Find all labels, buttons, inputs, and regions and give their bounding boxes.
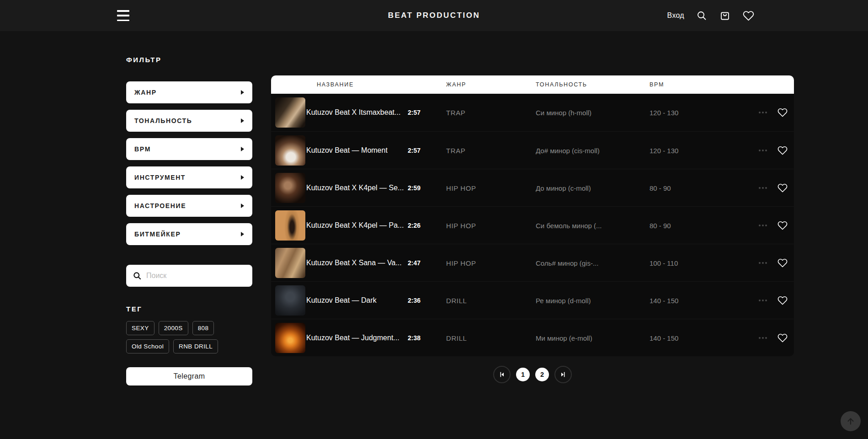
more-options-icon[interactable] [756, 147, 769, 154]
chevron-right-icon [241, 118, 244, 123]
tag-chip[interactable]: RNB DRILL [173, 339, 218, 353]
filter-button[interactable]: БИТМЕЙКЕР [126, 223, 252, 245]
track-key: Си минор (h-moll) [536, 109, 591, 117]
filter-button-label: BPM [134, 145, 151, 153]
column-header: ТОНАЛЬНОСТЬ [536, 75, 587, 94]
tag-title: ТЕГ [126, 305, 252, 313]
track-key: До# минор (cis-moll) [536, 146, 600, 154]
chevron-right-icon [241, 232, 244, 236]
track-bpm: 120 - 130 [650, 109, 678, 117]
filter-button[interactable]: ЖАНР [126, 81, 252, 103]
track-title: Kutuzov Beat — Dark [306, 296, 377, 305]
track-bpm: 140 - 150 [650, 296, 678, 304]
column-header: BPM [650, 75, 664, 94]
filter-list: ЖАНР ТОНАЛЬНОСТЬ BPM ИНСТРУМЕНТ [126, 81, 252, 245]
track-duration: 2:59 [408, 184, 421, 192]
track-artwork[interactable] [275, 210, 305, 241]
scroll-to-top-button[interactable] [841, 411, 861, 431]
track-key: До минор (c-moll) [536, 184, 591, 192]
tag-chip[interactable]: 2000S [159, 321, 188, 335]
track-title: Kutuzov Beat X K4pel — Pa... [306, 221, 404, 230]
track-key: Ми минор (e-moll) [536, 334, 592, 342]
filter-button-label: ИНСТРУМЕНТ [134, 174, 186, 181]
search-icon[interactable] [696, 10, 708, 21]
telegram-button[interactable]: Telegram [126, 367, 252, 385]
cart-icon[interactable] [719, 10, 731, 21]
chevron-right-icon [241, 147, 244, 151]
chevron-right-icon [241, 175, 244, 180]
favorite-icon[interactable] [777, 257, 788, 269]
track-genre: DRILL [446, 296, 467, 304]
track-key: Ре минор (d-moll) [536, 296, 591, 304]
filter-button[interactable]: НАСТРОЕНИЕ [126, 195, 252, 217]
more-options-icon[interactable] [756, 185, 769, 191]
filter-button-label: ЖАНР [134, 89, 157, 96]
track-genre: HIP HOP [446, 221, 476, 229]
filter-button-label: БИТМЕЙКЕР [134, 230, 181, 238]
page-number-button[interactable]: 2 [535, 368, 549, 381]
track-title: Kutuzov Beat X K4pel — Se... [306, 184, 404, 192]
page-number-button[interactable]: 1 [516, 368, 530, 381]
table-row[interactable]: Kutuzov Beat — Judgment... 2:38 DRILL Ми… [271, 319, 794, 356]
track-artwork[interactable] [275, 97, 305, 128]
filter-button-label: НАСТРОЕНИЕ [134, 202, 186, 209]
more-options-icon[interactable] [756, 222, 769, 229]
page-numbers: 1 2 [516, 368, 549, 381]
search-input[interactable] [146, 272, 246, 280]
track-artwork[interactable] [275, 135, 305, 166]
track-bpm: 100 - 110 [650, 259, 678, 267]
tag-chip[interactable]: SEXY [126, 321, 154, 335]
login-link[interactable]: Вход [667, 11, 684, 20]
filter-sidebar: ФИЛЬТР ЖАНР ТОНАЛЬНОСТЬ BPM [126, 56, 252, 385]
track-genre: DRILL [446, 334, 467, 342]
last-page-icon[interactable] [554, 366, 572, 383]
table-row[interactable]: Kutuzov Beat X K4pel — Pa... 2:26 HIP HO… [271, 206, 794, 244]
track-artwork[interactable] [275, 323, 305, 353]
pagination: 1 2 [271, 366, 794, 383]
chevron-right-icon [241, 90, 244, 95]
search-icon [133, 271, 142, 280]
header: BEAT PRODUCTION Вход [0, 0, 868, 31]
favorite-icon[interactable] [777, 332, 788, 344]
track-duration: 2:38 [408, 334, 421, 342]
favorite-icon[interactable] [777, 294, 788, 306]
table-body: Kutuzov Beat X Itsmaxbeat... 2:57 TRAP С… [271, 94, 794, 356]
table-row[interactable]: Kutuzov Beat X Itsmaxbeat... 2:57 TRAP С… [271, 94, 794, 131]
track-key: Си бемоль минор (... [536, 221, 602, 229]
favorite-icon[interactable] [777, 182, 788, 194]
favorite-icon[interactable] [777, 220, 788, 231]
tag-chip[interactable]: Old School [126, 339, 169, 353]
search-box[interactable] [126, 265, 252, 287]
filter-button[interactable]: ИНСТРУМЕНТ [126, 166, 252, 188]
favorite-icon[interactable] [777, 107, 788, 118]
table-row[interactable]: Kutuzov Beat X Sana — Va... 2:47 HIP HOP… [271, 244, 794, 281]
favorites-icon[interactable] [742, 10, 754, 21]
track-genre: TRAP [446, 109, 465, 117]
table-row[interactable]: Kutuzov Beat X K4pel — Se... 2:59 HIP HO… [271, 169, 794, 206]
table-row[interactable]: Kutuzov Beat — Moment 2:57 TRAP До# мино… [271, 131, 794, 169]
tag-chip[interactable]: 808 [192, 321, 214, 335]
track-title: Kutuzov Beat — Judgment... [306, 334, 399, 342]
track-title: Kutuzov Beat X Itsmaxbeat... [306, 108, 400, 117]
track-artwork[interactable] [275, 248, 305, 278]
more-options-icon[interactable] [756, 260, 769, 266]
more-options-icon[interactable] [756, 335, 769, 341]
track-bpm: 120 - 130 [650, 146, 678, 154]
filter-button[interactable]: BPM [126, 138, 252, 160]
first-page-icon[interactable] [493, 366, 511, 383]
table-row[interactable]: Kutuzov Beat — Dark 2:36 DRILL Ре минор … [271, 281, 794, 319]
favorite-icon[interactable] [777, 145, 788, 156]
track-artwork[interactable] [275, 173, 305, 203]
track-duration: 2:47 [408, 259, 421, 267]
header-actions: Вход [667, 0, 754, 31]
track-bpm: 140 - 150 [650, 334, 678, 342]
filter-button[interactable]: ТОНАЛЬНОСТЬ [126, 110, 252, 132]
page: BEAT PRODUCTION Вход ФИЛЬТР [0, 0, 868, 439]
track-duration: 2:57 [408, 109, 421, 116]
track-genre: TRAP [446, 146, 465, 154]
track-genre: HIP HOP [446, 184, 476, 192]
tag-list: SEXY 2000S 808 Old School RNB DRILL [126, 321, 252, 353]
more-options-icon[interactable] [756, 297, 769, 304]
track-artwork[interactable] [275, 285, 305, 316]
more-options-icon[interactable] [756, 109, 769, 116]
